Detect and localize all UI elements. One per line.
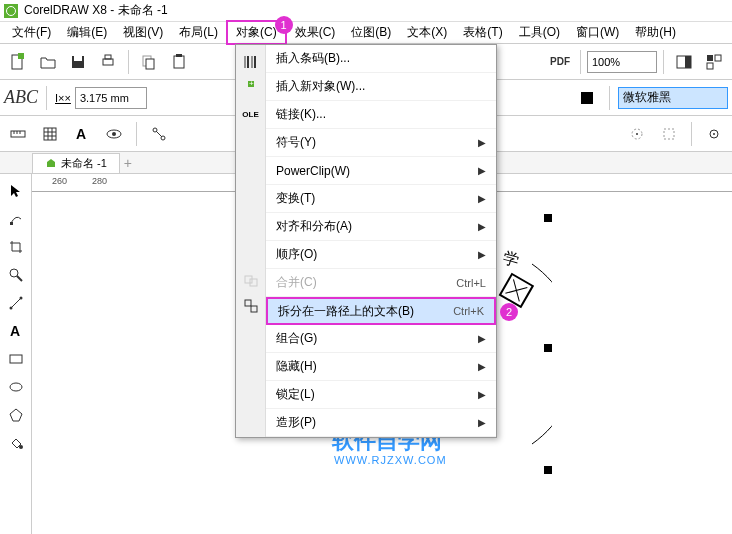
tab-add[interactable]: + — [120, 155, 136, 171]
dim-input[interactable] — [75, 87, 147, 109]
menu-effect[interactable]: 效果(C) — [287, 22, 344, 43]
menu-view[interactable]: 视图(V) — [115, 22, 171, 43]
merge-icon — [239, 267, 263, 293]
home-icon — [45, 157, 57, 169]
zoom-select[interactable] — [587, 51, 657, 73]
svg-rect-33 — [664, 129, 674, 139]
crop-tool[interactable] — [3, 234, 29, 260]
text-tool[interactable]: A — [3, 318, 29, 344]
menu-tools[interactable]: 工具(O) — [511, 22, 568, 43]
menu-layout[interactable]: 布局(L) — [171, 22, 226, 43]
dd-shape[interactable]: 造形(P)▶ — [266, 409, 496, 437]
menu-object[interactable]: 对象(C) 1 — [226, 20, 287, 45]
menu-bitmap[interactable]: 位图(B) — [343, 22, 399, 43]
doc-tab[interactable]: 未命名 -1 — [32, 153, 120, 173]
svg-rect-14 — [707, 63, 713, 69]
barcode-icon — [239, 49, 263, 75]
panel-button[interactable] — [700, 48, 728, 76]
separator — [46, 86, 47, 110]
dd-transform[interactable]: 变换(T)▶ — [266, 185, 496, 213]
menu-edit[interactable]: 编辑(E) — [59, 22, 115, 43]
print-button[interactable] — [94, 48, 122, 76]
svg-point-44 — [10, 383, 22, 391]
svg-point-41 — [19, 297, 22, 300]
object-menu-dropdown: + OLE 插入条码(B)... 插入新对象(W)... 链接(K)... 符号… — [235, 44, 497, 438]
separator — [663, 50, 664, 74]
rectangle-tool[interactable] — [3, 346, 29, 372]
svg-text:A: A — [10, 323, 20, 339]
polygon-tool[interactable] — [3, 402, 29, 428]
svg-rect-36 — [10, 222, 13, 225]
dd-insert-object[interactable]: 插入新对象(W)... — [266, 73, 496, 101]
pdf-button[interactable]: PDF — [546, 48, 574, 76]
svg-text:学: 学 — [501, 248, 521, 269]
dim-label: I×× — [55, 92, 71, 104]
save-button[interactable] — [64, 48, 92, 76]
copy-button[interactable] — [135, 48, 163, 76]
ruler-icon[interactable] — [4, 120, 32, 148]
dd-link[interactable]: 链接(K)... — [266, 101, 496, 129]
chevron-right-icon: ▶ — [478, 417, 486, 428]
snap-icon[interactable] — [655, 120, 683, 148]
svg-line-38 — [17, 276, 22, 281]
svg-rect-8 — [174, 56, 184, 68]
shape-tool[interactable] — [3, 206, 29, 232]
svg-rect-5 — [105, 55, 111, 59]
eye-icon[interactable] — [100, 120, 128, 148]
text-icon[interactable]: A — [68, 120, 96, 148]
svg-point-32 — [636, 133, 638, 135]
ole-icon: OLE — [239, 101, 263, 127]
dd-align[interactable]: 对齐和分布(A)▶ — [266, 213, 496, 241]
font-select[interactable] — [618, 87, 728, 109]
svg-rect-3 — [74, 56, 82, 61]
freehand-tool[interactable] — [3, 290, 29, 316]
callout-1: 1 — [275, 16, 293, 34]
gear-icon[interactable] — [700, 120, 728, 148]
dock-button[interactable] — [670, 48, 698, 76]
svg-rect-1 — [18, 53, 24, 59]
svg-point-27 — [112, 132, 116, 136]
dd-powerclip[interactable]: PowerClip(W)▶ — [266, 157, 496, 185]
dd-group[interactable]: 组合(G)▶ — [266, 325, 496, 353]
dropdown-items: 插入条码(B)... 插入新对象(W)... 链接(K)... 符号(Y)▶ P… — [266, 45, 496, 437]
svg-text:+: + — [249, 80, 254, 88]
open-button[interactable] — [34, 48, 62, 76]
grid-icon[interactable] — [36, 120, 64, 148]
dd-symbol[interactable]: 符号(Y)▶ — [266, 129, 496, 157]
menu-text[interactable]: 文本(X) — [399, 22, 455, 43]
separator — [136, 122, 137, 146]
zoom-tool[interactable] — [3, 262, 29, 288]
swatch-button[interactable] — [573, 84, 601, 112]
menu-table[interactable]: 表格(T) — [455, 22, 510, 43]
fill-tool[interactable] — [3, 430, 29, 456]
window-title: CorelDRAW X8 - 未命名 -1 — [24, 2, 168, 19]
svg-rect-7 — [146, 59, 154, 69]
svg-line-49 — [505, 279, 527, 301]
align-icon[interactable] — [623, 120, 651, 148]
pick-tool[interactable] — [3, 178, 29, 204]
new-doc-button[interactable] — [4, 48, 32, 76]
toolbox: A — [0, 174, 32, 534]
dd-order[interactable]: 顺序(O)▶ — [266, 241, 496, 269]
svg-rect-4 — [103, 59, 113, 65]
svg-marker-45 — [10, 409, 22, 421]
connect-icon[interactable] — [145, 120, 173, 148]
paste-button[interactable] — [165, 48, 193, 76]
dd-break-apart[interactable]: 拆分在一路径上的文本(B) Ctrl+K 2 — [266, 297, 496, 325]
menu-window[interactable]: 窗口(W) — [568, 22, 627, 43]
text-path-icon: ABC — [4, 87, 38, 108]
svg-line-39 — [11, 298, 21, 308]
menu-file[interactable]: 文件(F) — [4, 22, 59, 43]
dd-hide[interactable]: 隐藏(H)▶ — [266, 353, 496, 381]
menu-help[interactable]: 帮助(H) — [627, 22, 684, 43]
dd-insert-barcode[interactable]: 插入条码(B)... — [266, 45, 496, 73]
tab-label: 未命名 -1 — [61, 156, 107, 171]
svg-line-30 — [156, 131, 162, 137]
dd-lock[interactable]: 锁定(L)▶ — [266, 381, 496, 409]
ellipse-tool[interactable] — [3, 374, 29, 400]
svg-rect-13 — [715, 55, 721, 61]
svg-rect-15 — [581, 92, 593, 104]
separator — [609, 86, 610, 110]
svg-rect-16 — [11, 131, 25, 137]
break-icon — [239, 293, 263, 319]
